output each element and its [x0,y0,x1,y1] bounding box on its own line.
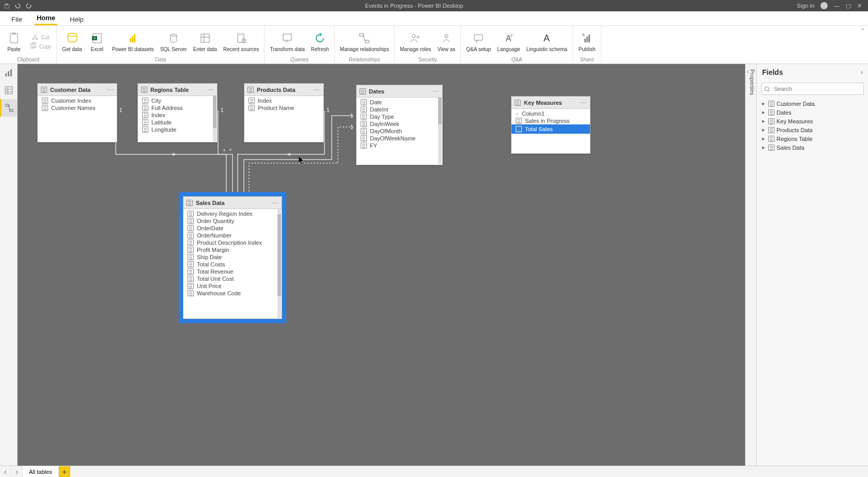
view-as-button[interactable]: View as [436,30,458,53]
svg-rect-36 [5,73,7,76]
table-icon [141,87,147,93]
qa-setup-button[interactable]: Q&A setup [464,30,493,53]
save-icon[interactable] [4,3,10,9]
table-options-icon[interactable]: ⋯ [272,199,278,206]
svg-point-28 [445,35,448,38]
svg-text:1: 1 [221,107,224,113]
collapse-ribbon-button[interactable]: ˆ [858,26,868,63]
sign-in-link[interactable]: Sign in [797,3,814,9]
svg-text:1: 1 [119,107,122,113]
menu-help[interactable]: Help [68,13,86,25]
svg-text:1: 1 [350,124,353,130]
field-total-sales-selected[interactable]: Total Sales [512,124,590,134]
fields-table-customer-data[interactable]: ▸Customer Data [757,99,868,108]
transform-data-button[interactable]: Transform data [268,30,306,53]
svg-line-56 [768,90,770,92]
svg-marker-52 [286,153,290,156]
svg-rect-22 [283,34,291,40]
table-customer-data[interactable]: Customer Data⋯ Customer Index Customer N… [37,83,117,142]
svg-point-14 [171,34,177,36]
enter-data-button[interactable]: Enter data [191,30,219,53]
svg-text:*: * [229,148,231,154]
window-title: Events in Progress - Power BI Desktop [32,3,797,9]
svg-line-25 [363,35,365,41]
add-page-button[interactable]: + [59,466,70,478]
refresh-button[interactable]: Refresh [309,30,331,53]
svg-rect-2 [12,33,16,35]
svg-rect-24 [365,40,369,43]
table-sales-data[interactable]: Sales Data⋯ Delivery Region Index Order … [183,196,282,319]
svg-point-3 [33,38,35,40]
fields-table-regions-table[interactable]: ▸Regions Table [757,134,868,143]
table-options-icon[interactable]: ⋯ [580,99,587,106]
ribbon-group-data: Data [57,57,264,63]
table-options-icon[interactable]: ⋯ [107,86,114,93]
model-canvas[interactable]: 1 * 1 * 1 1 1 Customer Data⋯ Customer In… [18,64,745,466]
title-bar: Events in Progress - Power BI Desktop Si… [0,0,868,11]
sql-button[interactable]: SQL Server [158,30,189,53]
table-key-measures[interactable]: Key Measures⋯ ⟐Column1 Sales in Progress… [511,96,591,154]
pbi-datasets-button[interactable]: Power BI datasets [110,30,156,53]
svg-rect-15 [201,34,209,42]
menu-file[interactable]: File [9,13,24,25]
copy-button[interactable]: Copy [27,42,53,50]
excel-button[interactable]: XExcel [86,30,108,53]
table-icon [41,87,47,93]
chevron-right-icon[interactable]: › [861,69,863,76]
cut-button[interactable]: Cut [27,33,53,41]
publish-button[interactable]: Publish [576,30,598,53]
close-button[interactable]: ✕ [857,3,862,9]
svg-point-7 [68,33,76,37]
properties-pane-collapsed[interactable]: ‹ Properties [745,64,756,466]
recent-sources-button[interactable]: Recent sources [221,30,261,53]
svg-text:A: A [544,33,550,43]
menu-home[interactable]: Home [35,12,57,25]
ribbon-group-relationships: Relationships [335,57,394,63]
svg-rect-39 [5,87,12,94]
redo-icon[interactable] [26,3,32,9]
manage-roles-button[interactable]: Manage roles [398,30,433,53]
page-prev-button[interactable]: ‹ [0,466,11,478]
ribbon-group-share: Share [573,57,601,63]
table-icon [515,100,521,106]
view-rail [0,64,18,466]
ribbon: Paste Cut Copy Clipboard Get data XExcel… [0,26,868,64]
table-options-icon[interactable]: ⋯ [432,88,439,95]
fields-title: Fields [762,68,783,76]
table-products[interactable]: Products Data⋯ Index Product Name [244,83,324,142]
data-view-button[interactable] [0,82,17,99]
status-bar: ‹ › All tables + [0,466,868,477]
manage-relationships-button[interactable]: Manage relationships [338,30,391,53]
fields-table-key-measures[interactable]: ▸Key Measures [757,117,868,125]
avatar[interactable] [820,2,828,9]
svg-rect-43 [6,104,9,106]
get-data-button[interactable]: Get data [60,30,84,53]
svg-rect-12 [132,36,133,42]
model-view-button[interactable] [0,99,17,117]
table-icon [187,200,193,206]
svg-point-27 [417,36,419,38]
table-regions[interactable]: Regions Table⋯ City Full Address Index L… [137,83,218,142]
undo-icon[interactable] [15,3,21,9]
paste-button[interactable]: Paste [3,30,25,53]
linguistic-schema-button[interactable]: ALinguistic schema [524,30,569,53]
svg-point-4 [36,38,38,40]
svg-rect-0 [6,4,7,5]
fields-search-input[interactable] [761,83,864,95]
svg-text:1: 1 [327,107,330,113]
table-options-icon[interactable]: ⋯ [314,86,320,93]
maximize-button[interactable]: ▢ [846,3,851,9]
ribbon-group-security: Security [395,57,460,63]
table-options-icon[interactable]: ⋯ [207,86,214,93]
page-next-button[interactable]: › [11,466,23,478]
search-icon [764,85,770,94]
fields-table-sales-data[interactable]: ▸Sales Data [757,143,868,152]
fields-table-dates[interactable]: ▸Dates [757,108,868,117]
svg-rect-37 [8,71,9,76]
fields-table-products-data[interactable]: ▸Products Data [757,125,868,134]
page-tab-all-tables[interactable]: All tables [23,466,59,478]
table-dates[interactable]: Dates⋯ Date DateInt Day Type DayInWeek D… [356,85,443,165]
language-button[interactable]: A子Language [495,30,522,53]
minimize-button[interactable]: — [834,3,840,9]
report-view-button[interactable] [0,64,17,82]
